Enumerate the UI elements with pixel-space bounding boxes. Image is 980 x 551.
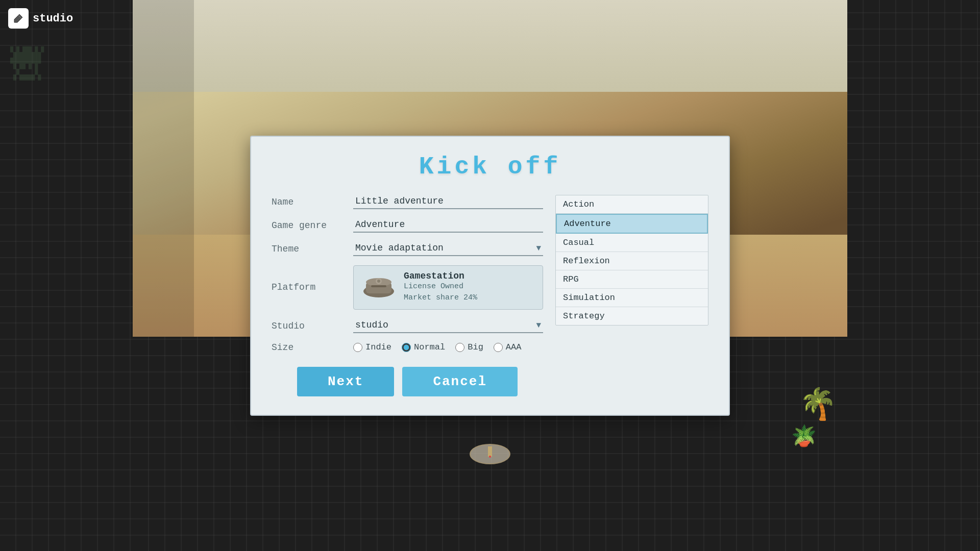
kickoff-modal: Kick off Name Game genre Adventure	[250, 136, 730, 416]
studio-value: studio	[353, 319, 536, 332]
genre-item-action[interactable]: Action	[556, 195, 708, 214]
studio-row: Studio studio ▼	[272, 319, 543, 333]
size-aaa-radio[interactable]	[494, 343, 503, 352]
theme-select-wrapper[interactable]: Movie adaptation ▼	[353, 242, 543, 256]
svg-point-6	[377, 280, 380, 283]
genre-item-adventure[interactable]: Adventure	[556, 214, 708, 234]
platform-icon-wrapper	[361, 272, 397, 303]
form-area: Name Game genre Adventure Theme Movie ad…	[272, 195, 543, 396]
next-button[interactable]: Next	[297, 367, 394, 396]
size-aaa-label: AAA	[506, 342, 522, 352]
genre-panel: Action Adventure Casual Reflexion RPG Si…	[555, 195, 708, 325]
platform-label: Platform	[272, 282, 353, 292]
modal-title: Kick off	[272, 153, 708, 181]
size-big-label: Big	[468, 342, 483, 352]
gamestation-icon	[361, 272, 397, 300]
platform-name: Gamestation	[404, 271, 477, 281]
svg-rect-4	[371, 285, 386, 287]
size-normal-option[interactable]: Normal	[402, 342, 445, 352]
genre-row: Game genre Adventure	[272, 218, 543, 233]
size-indie-option[interactable]: Indie	[353, 342, 391, 352]
studio-label: Studio	[272, 321, 353, 331]
genre-item-strategy[interactable]: Strategy	[556, 307, 708, 325]
size-indie-label: Indie	[365, 342, 391, 352]
size-row: Size Indie Normal Big	[272, 342, 543, 353]
genre-select-wrapper[interactable]: Adventure	[353, 218, 543, 233]
modal-overlay: Kick off Name Game genre Adventure	[0, 0, 980, 551]
size-big-radio[interactable]	[455, 343, 464, 352]
genre-value: Adventure	[353, 218, 543, 232]
platform-box[interactable]: Gamestation License Owned Market share 2…	[353, 265, 543, 310]
genre-label: Game genre	[272, 220, 353, 231]
genre-item-rpg[interactable]: RPG	[556, 270, 708, 289]
button-row: Next Cancel	[272, 367, 543, 396]
name-row: Name	[272, 195, 543, 209]
genre-item-simulation[interactable]: Simulation	[556, 289, 708, 307]
size-normal-radio[interactable]	[402, 343, 411, 352]
cancel-button[interactable]: Cancel	[402, 367, 518, 396]
modal-body: Name Game genre Adventure Theme Movie ad…	[272, 195, 708, 396]
size-indie-radio[interactable]	[353, 343, 362, 352]
platform-row: Platform	[272, 265, 543, 310]
platform-details: Gamestation License Owned Market share 2…	[404, 271, 477, 304]
genre-item-reflexion[interactable]: Reflexion	[556, 252, 708, 270]
theme-dropdown-arrow: ▼	[536, 244, 543, 253]
genre-item-casual[interactable]: Casual	[556, 234, 708, 252]
size-big-option[interactable]: Big	[455, 342, 483, 352]
size-radio-group: Indie Normal Big AAA	[353, 342, 521, 352]
studio-select-wrapper[interactable]: studio ▼	[353, 319, 543, 333]
name-input[interactable]	[353, 195, 543, 209]
genre-list: Action Adventure Casual Reflexion RPG Si…	[556, 195, 708, 325]
studio-dropdown-arrow: ▼	[536, 321, 543, 330]
platform-market: Market share 24%	[404, 292, 477, 304]
theme-label: Theme	[272, 244, 353, 254]
theme-row: Theme Movie adaptation ▼	[272, 242, 543, 256]
size-label: Size	[272, 342, 353, 353]
name-label: Name	[272, 197, 353, 207]
size-normal-label: Normal	[414, 342, 445, 352]
platform-license: License Owned	[404, 281, 477, 293]
size-aaa-option[interactable]: AAA	[494, 342, 522, 352]
theme-value: Movie adaptation	[353, 242, 536, 255]
